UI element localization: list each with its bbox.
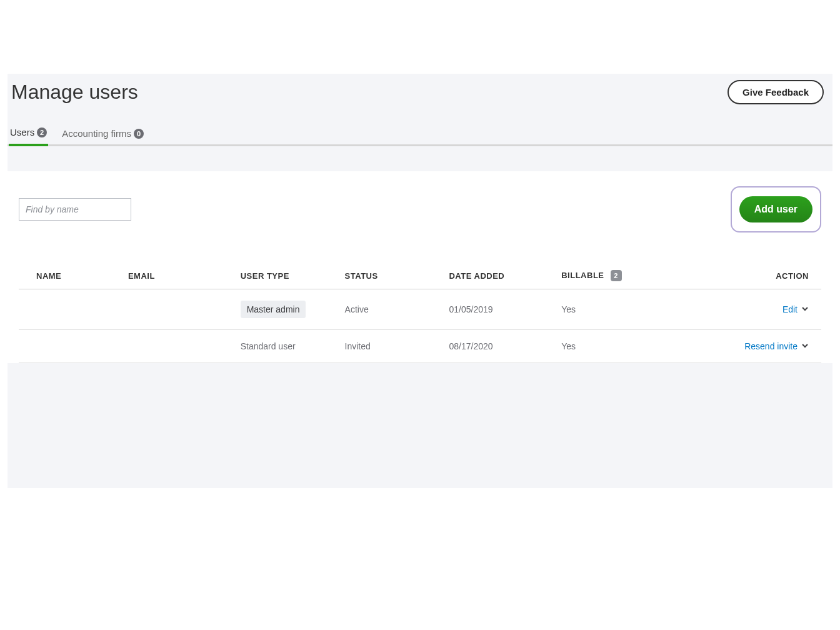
cell-status: Active (340, 289, 444, 330)
tabs: Users 2 Accounting firms 0 (8, 123, 832, 146)
cell-date-added: 01/05/2019 (444, 289, 556, 330)
action-label: Resend invite (744, 341, 798, 351)
cell-email (123, 330, 236, 363)
add-user-button[interactable]: Add user (739, 196, 812, 222)
give-feedback-button[interactable]: Give Feedback (728, 80, 824, 104)
page-title: Manage users (11, 81, 138, 104)
cell-action: Resend invite (692, 330, 821, 363)
billable-help-badge[interactable]: 2 (611, 270, 622, 281)
column-header-status: STATUS (340, 264, 444, 289)
search-input[interactable] (19, 198, 131, 221)
toolbar: Add user (19, 186, 821, 232)
table-row: Master adminActive01/05/2019YesEdit (19, 289, 821, 330)
billable-label: BILLABLE (561, 271, 604, 280)
users-table: NAME EMAIL USER TYPE STATUS DATE ADDED B… (19, 264, 821, 363)
cell-billable: Yes (556, 330, 692, 363)
column-header-date-added: DATE ADDED (444, 264, 556, 289)
add-user-highlight: Add user (731, 186, 821, 232)
cell-user-type: Standard user (236, 330, 340, 363)
column-header-user-type: USER TYPE (236, 264, 340, 289)
chevron-down-icon (801, 304, 809, 314)
table-row: Standard userInvited08/17/2020YesResend … (19, 330, 821, 363)
user-type-pill[interactable]: Master admin (241, 301, 306, 318)
cell-email (123, 289, 236, 330)
tab-users[interactable]: Users 2 (9, 123, 48, 146)
tab-count-badge: 0 (134, 129, 144, 139)
page-header: Manage users Give Feedback (8, 74, 832, 123)
manage-users-page: Manage users Give Feedback Users 2 Accou… (8, 74, 832, 488)
empty-area (8, 363, 832, 488)
cell-user-type: Master admin (236, 289, 340, 330)
cell-date-added: 08/17/2020 (444, 330, 556, 363)
column-header-name: NAME (19, 264, 123, 289)
tab-label: Users (10, 127, 34, 138)
content-area: Add user NAME EMAIL USER TYPE STATUS DAT… (8, 171, 832, 363)
cell-action: Edit (692, 289, 821, 330)
table-header-row: NAME EMAIL USER TYPE STATUS DATE ADDED B… (19, 264, 821, 289)
column-header-billable: BILLABLE 2 (556, 264, 692, 289)
user-type-text: Standard user (241, 341, 296, 351)
row-action-button[interactable]: Resend invite (744, 341, 809, 351)
column-header-email: EMAIL (123, 264, 236, 289)
row-action-button[interactable]: Edit (782, 304, 809, 314)
cell-name (19, 330, 123, 363)
tab-count-badge: 2 (37, 128, 47, 138)
tab-label: Accounting firms (62, 128, 131, 139)
tab-accounting-firms[interactable]: Accounting firms 0 (61, 123, 145, 146)
cell-status: Invited (340, 330, 444, 363)
action-label: Edit (782, 304, 798, 314)
chevron-down-icon (801, 341, 809, 351)
cell-billable: Yes (556, 289, 692, 330)
cell-name (19, 289, 123, 330)
column-header-action: ACTION (692, 264, 821, 289)
